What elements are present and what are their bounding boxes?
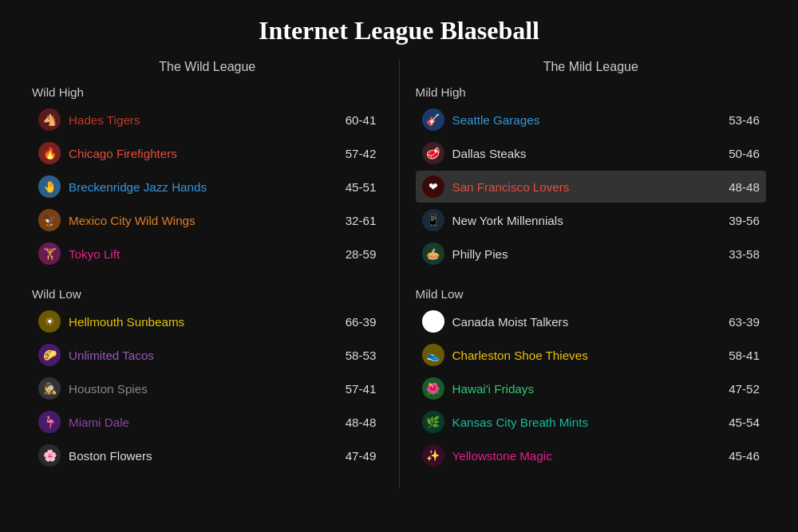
team-record: 50-46 <box>729 147 760 160</box>
team-row: 🏋Tokyo Lift28-59 <box>32 238 383 270</box>
team-row: 🥧Philly Pies33-58 <box>416 238 767 270</box>
team-name: Mexico City Wild Wings <box>69 214 338 227</box>
team-icon: ✨ <box>422 444 444 467</box>
team-name: Tokyo Lift <box>69 247 338 261</box>
team-name: Yellowstone Magic <box>452 449 721 463</box>
team-icon: 🥧 <box>422 242 444 265</box>
team-record: 45-54 <box>729 416 760 429</box>
team-row: ☀Hellmouth Sunbeams66-39 <box>32 305 383 337</box>
team-name: Miami Dale <box>69 416 338 429</box>
team-icon: 🏋 <box>38 242 61 265</box>
team-icon: 🌺 <box>422 377 444 400</box>
team-record: 39-56 <box>729 214 760 227</box>
team-row: 🦅Mexico City Wild Wings32-61 <box>32 204 383 236</box>
wild-high-division: Wild High 🐴Hades Tigers60-41🔥Chicago Fir… <box>32 85 383 270</box>
team-row: ❤San Francisco Lovers48-48 <box>416 171 767 203</box>
team-icon: ❤ <box>422 175 444 198</box>
team-record: 47-52 <box>729 382 760 396</box>
team-record: 28-59 <box>346 247 377 261</box>
team-icon: 🔥 <box>38 142 61 164</box>
team-icon <box>422 310 444 333</box>
team-record: 45-51 <box>346 180 377 194</box>
team-icon: 📱 <box>422 209 444 231</box>
team-icon: 🥩 <box>422 142 444 164</box>
team-row: 🕵Houston Spies57-41 <box>32 372 383 404</box>
wild-high-title: Wild High <box>32 85 383 99</box>
league-divider <box>399 60 400 489</box>
mild-league: The Mild League Mild High 🎸Seattle Garag… <box>408 60 775 489</box>
team-icon: ☀ <box>38 310 61 333</box>
team-record: 53-46 <box>729 113 760 127</box>
team-name: Canada Moist Talkers <box>452 315 721 329</box>
team-record: 57-41 <box>346 382 377 396</box>
team-icon: 🌿 <box>422 411 444 433</box>
wild-league-title: The Wild League <box>32 60 383 74</box>
team-icon: 🕵 <box>38 377 61 400</box>
team-name: Kansas City Breath Mints <box>452 416 721 429</box>
team-row: 🥩Dallas Steaks50-46 <box>416 137 767 169</box>
team-row: ✨Yellowstone Magic45-46 <box>416 439 767 471</box>
team-name: Seattle Garages <box>452 113 721 127</box>
team-row: 🤚Breckenridge Jazz Hands45-51 <box>32 171 383 203</box>
team-name: Charleston Shoe Thieves <box>452 349 721 362</box>
team-row: 🌮Unlimited Tacos58-53 <box>32 339 383 371</box>
team-icon: 🦅 <box>38 209 61 231</box>
team-row: 🌿Kansas City Breath Mints45-54 <box>416 406 767 438</box>
team-record: 33-58 <box>729 247 760 261</box>
team-record: 57-42 <box>346 147 377 160</box>
team-record: 58-53 <box>346 349 377 362</box>
team-name: Dallas Steaks <box>452 147 721 160</box>
team-icon: 🌮 <box>38 344 61 366</box>
team-icon: 👟 <box>422 344 444 366</box>
team-record: 63-39 <box>729 315 760 329</box>
mild-high-title: Mild High <box>416 85 767 99</box>
team-record: 58-41 <box>729 349 760 362</box>
wild-league: The Wild League Wild High 🐴Hades Tigers6… <box>24 60 391 489</box>
team-name: Hades Tigers <box>69 113 338 127</box>
team-name: San Francisco Lovers <box>452 180 721 194</box>
team-record: 45-46 <box>729 449 760 463</box>
team-record: 32-61 <box>346 214 377 227</box>
team-row: Canada Moist Talkers63-39 <box>416 305 767 337</box>
team-row: 👟Charleston Shoe Thieves58-41 <box>416 339 767 371</box>
team-icon: 🌸 <box>38 444 61 467</box>
team-record: 47-49 <box>346 449 377 463</box>
team-row: 🌺Hawai'i Fridays47-52 <box>416 372 767 404</box>
mild-low-division: Mild Low Canada Moist Talkers63-39👟Charl… <box>416 287 767 471</box>
team-record: 48-48 <box>346 416 377 429</box>
team-name: Chicago Firefighters <box>69 147 338 160</box>
wild-low-division: Wild Low ☀Hellmouth Sunbeams66-39🌮Unlimi… <box>32 287 383 471</box>
team-name: Philly Pies <box>452 247 721 261</box>
team-record: 66-39 <box>346 315 377 329</box>
team-name: New York Millennials <box>452 214 721 227</box>
team-row: 🐴Hades Tigers60-41 <box>32 104 383 136</box>
team-name: Houston Spies <box>69 382 338 396</box>
team-icon: 🦩 <box>38 411 61 433</box>
team-icon: 🤚 <box>38 175 61 198</box>
team-icon: 🐴 <box>38 108 61 131</box>
team-name: Breckenridge Jazz Hands <box>69 180 338 194</box>
team-name: Unlimited Tacos <box>69 349 338 362</box>
mild-high-division: Mild High 🎸Seattle Garages53-46🥩Dallas S… <box>416 85 767 270</box>
team-record: 48-48 <box>729 180 760 194</box>
team-name: Hellmouth Sunbeams <box>69 315 338 329</box>
team-row: 🦩Miami Dale48-48 <box>32 406 383 438</box>
team-name: Hawai'i Fridays <box>452 382 721 396</box>
team-row: 🔥Chicago Firefighters57-42 <box>32 137 383 169</box>
team-record: 60-41 <box>346 113 377 127</box>
page-title: Internet League Blaseball <box>24 16 774 45</box>
team-row: 📱New York Millennials39-56 <box>416 204 767 236</box>
team-name: Boston Flowers <box>69 449 338 463</box>
team-icon: 🎸 <box>422 108 444 131</box>
mild-league-title: The Mild League <box>416 60 767 74</box>
team-row: 🎸Seattle Garages53-46 <box>416 104 767 136</box>
team-row: 🌸Boston Flowers47-49 <box>32 439 383 471</box>
wild-low-title: Wild Low <box>32 287 383 301</box>
mild-low-title: Mild Low <box>416 287 767 301</box>
